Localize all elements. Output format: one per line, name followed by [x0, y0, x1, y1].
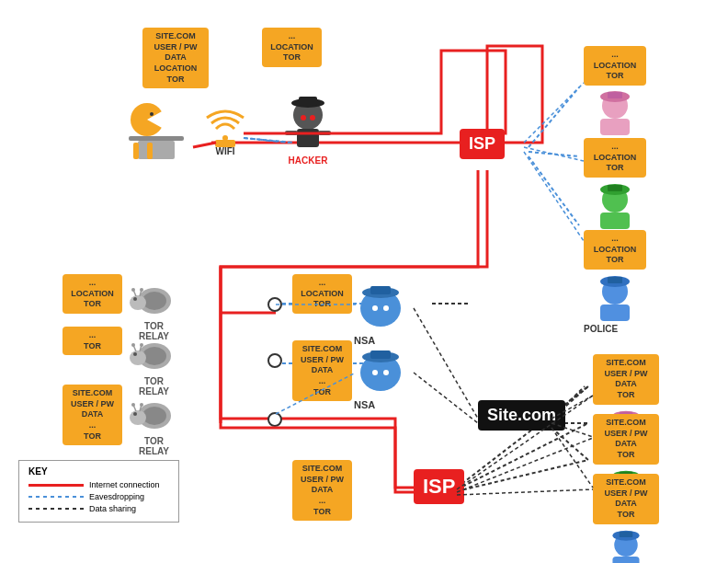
- svg-rect-41: [600, 304, 630, 321]
- relay2-character: TOR RELAY: [129, 336, 179, 376]
- svg-line-101: [457, 438, 593, 492]
- svg-point-45: [133, 297, 137, 301]
- svg-line-1: [529, 87, 579, 147]
- svg-point-48: [131, 288, 135, 292]
- isp2-label: ISP: [414, 469, 464, 504]
- svg-line-11: [457, 423, 588, 489]
- wifi-label: WIFI: [202, 146, 248, 156]
- sysadmin1-group: ... LOCATION TOR SYSADMIN: [584, 138, 646, 232]
- svg-point-26: [310, 115, 315, 121]
- hacker-label: HACKER: [280, 155, 336, 166]
- svg-line-2: [529, 152, 579, 156]
- svg-point-61: [133, 412, 137, 416]
- police2-group: SITE.COM USER / PW DATA TOR POLICE: [593, 474, 659, 563]
- police2-info: SITE.COM USER / PW DATA TOR: [593, 474, 659, 524]
- user-info-box: SITE.COM USER / PW DATA LOCATION TOR: [142, 28, 209, 88]
- svg-line-3: [529, 156, 579, 225]
- key-box: KEY Internet connection Eavesdropping Da…: [18, 460, 179, 523]
- location-tor-box: ... LOCATION TOR: [262, 28, 322, 67]
- key-title: KEY: [28, 466, 169, 477]
- svg-point-44: [130, 295, 146, 310]
- nsa2-info: SITE.COM USER / PW DATA ... TOR: [292, 340, 352, 401]
- sitecom-label: Site.com: [478, 400, 565, 431]
- svg-rect-17: [138, 141, 175, 159]
- svg-rect-37: [600, 213, 630, 229]
- relay1-node: [267, 297, 282, 312]
- key-datashare-line: [28, 508, 84, 510]
- isp2-container: ISP: [414, 469, 464, 504]
- nsa1-info: ... LOCATION TOR: [292, 274, 352, 314]
- key-eavesdrop-line: [28, 496, 84, 498]
- svg-point-65: [140, 403, 143, 407]
- relay3-character: TOR RELAY: [129, 396, 179, 436]
- relay2-info: ... TOR: [63, 327, 122, 355]
- key-internet-label: Internet connection: [89, 480, 160, 489]
- svg-point-75: [383, 370, 389, 375]
- sysadmin1-info: ... LOCATION TOR: [584, 138, 646, 178]
- svg-rect-73: [370, 350, 391, 359]
- svg-point-70: [383, 305, 389, 311]
- wifi-icon: WIFI: [202, 101, 248, 161]
- svg-rect-27: [297, 129, 319, 147]
- sitecom-container: Site.com: [478, 400, 565, 431]
- svg-rect-18: [133, 143, 139, 159]
- svg-rect-24: [299, 97, 317, 106]
- isp2-info: SITE.COM USER / PW DATA ... TOR: [292, 460, 352, 521]
- relay2-label: TOR RELAY: [129, 376, 179, 396]
- svg-rect-19: [147, 143, 153, 159]
- svg-point-53: [133, 352, 137, 356]
- svg-rect-68: [370, 286, 391, 294]
- svg-point-43: [142, 292, 166, 310]
- sysadmin2-info: SITE.COM USER / PW DATA TOR: [593, 414, 659, 465]
- key-internet: Internet connection: [28, 480, 169, 489]
- key-eavesdrop: Eavesdropping: [28, 492, 169, 501]
- svg-point-57: [140, 343, 143, 347]
- svg-point-60: [130, 410, 146, 425]
- lawyer1-info: ... LOCATION TOR: [584, 46, 646, 86]
- lawyer1-group: ... LOCATION TOR LAWYER: [584, 46, 646, 140]
- svg-line-92: [524, 152, 584, 241]
- nsa2-label: NSA: [354, 399, 375, 410]
- user-character: [119, 92, 193, 169]
- svg-point-15: [150, 112, 154, 116]
- police1-label: POLICE: [584, 324, 618, 334]
- relay3-label: TOR RELAY: [129, 436, 179, 456]
- svg-rect-29: [318, 131, 331, 135]
- svg-rect-28: [285, 131, 298, 135]
- police1-info: ... LOCATION TOR: [584, 230, 646, 270]
- svg-rect-33: [600, 119, 630, 135]
- key-eavesdrop-label: Eavesdropping: [89, 492, 144, 501]
- police1-group: ... LOCATION TOR POLICE: [584, 230, 646, 324]
- svg-rect-16: [129, 136, 184, 141]
- key-datashare-label: Data sharing: [89, 504, 136, 513]
- relay3-info: SITE.COM USER / PW DATA ... TOR: [63, 385, 122, 445]
- key-datashare: Data sharing: [28, 504, 169, 513]
- main-diagram: SITE.COM USER / PW DATA LOCATION TOR: [0, 0, 728, 563]
- svg-point-64: [131, 403, 135, 407]
- isp1-container: ISP: [460, 129, 505, 159]
- svg-line-12: [457, 460, 588, 491]
- svg-line-91: [524, 147, 584, 161]
- svg-line-102: [457, 489, 593, 495]
- nsa2-character: NSA: [354, 345, 407, 399]
- svg-line-9: [552, 428, 588, 460]
- isp1-label: ISP: [460, 129, 505, 159]
- relay1-info: ... LOCATION TOR: [63, 274, 122, 314]
- relay3-node: [267, 412, 282, 427]
- nsa1-character: NSA: [354, 281, 407, 335]
- svg-rect-87: [612, 557, 639, 563]
- svg-point-69: [372, 305, 378, 311]
- svg-rect-36: [608, 185, 622, 191]
- lawyer2-info: SITE.COM USER / PW DATA TOR: [593, 354, 659, 405]
- svg-point-52: [130, 350, 146, 365]
- svg-line-95: [414, 308, 478, 419]
- relay2-node: [267, 353, 282, 368]
- relay1-character: TOR RELAY: [129, 281, 179, 321]
- svg-point-25: [301, 115, 306, 121]
- svg-point-59: [142, 407, 166, 425]
- key-internet-line: [28, 484, 84, 487]
- svg-line-90: [524, 83, 584, 143]
- svg-line-96: [414, 373, 478, 423]
- svg-line-99: [552, 428, 593, 488]
- svg-point-74: [372, 370, 378, 375]
